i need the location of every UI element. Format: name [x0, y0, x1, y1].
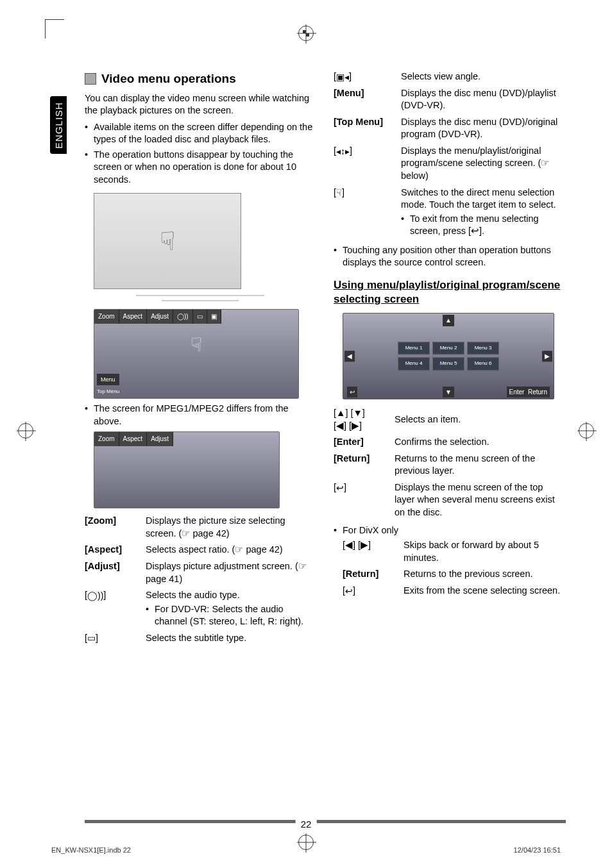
left-column: Video menu operations You can display th… [85, 71, 316, 648]
footer-left: EN_KW-NSX1[E].indb 22 [51, 846, 131, 854]
menu-cell: Menu 1 [398, 342, 430, 355]
enter-return-labels: Enter Return [507, 387, 550, 398]
hand-icon: ☟ [191, 332, 202, 358]
angle-icon: [▣◂] [334, 71, 401, 83]
def-row: [☟] Switches to the direct menu selectio… [334, 187, 565, 238]
intro-bullets: Available items on the screen differ dep… [85, 121, 316, 187]
thumb-btn-adjust: Adjust [147, 310, 173, 324]
hand-icon: ☟ [160, 224, 175, 258]
audio-icon: [◯))] [85, 589, 146, 602]
page-number: 22 [296, 819, 317, 830]
bullet-item: Available items on the screen differ dep… [85, 121, 316, 146]
def-desc: Displays the picture size selecting scre… [146, 515, 316, 540]
right-definitions-mid: [▲] [▼][◀] [▶] Selects an item. [Enter] … [334, 407, 565, 519]
def-desc: Displays the menu/playlist/original prog… [401, 145, 565, 183]
def-row: [Return] Returns to the menu screen of t… [334, 453, 565, 478]
lr-arrows-icon: [◀] [▶] [343, 539, 404, 552]
touching-note: Touching any position other than operati… [334, 244, 565, 269]
sub-bullet: To exit from the menu selecting screen, … [401, 213, 565, 238]
touch-illustration: ☟ [94, 193, 241, 289]
def-desc: Displays the disc menu (DVD)/playlist (D… [401, 87, 565, 112]
registration-mark-bottom [298, 835, 314, 850]
def-label-enter: [Enter] [334, 436, 395, 449]
intro-text: You can display the video menu screen wh… [85, 92, 316, 117]
registration-mark-top [298, 26, 314, 41]
def-row: [Menu] Displays the disc menu (DVD)/play… [334, 87, 565, 112]
thumb-menu-label: Menu [97, 374, 119, 385]
menu-cell: Menu 3 [467, 342, 499, 355]
section-marker-icon [85, 73, 96, 85]
def-desc: Skips back or forward by about 5 minutes… [404, 539, 565, 564]
def-row: [↩] Exits from the scene selecting scree… [343, 585, 565, 597]
def-desc: Returns to the previous screen. [404, 568, 565, 581]
def-desc: Selects aspect ratio. (☞ page 42) [146, 544, 316, 556]
def-label-topmenu: [Top Menu] [334, 116, 401, 129]
def-row: [Adjust] Displays picture adjustment scr… [85, 560, 316, 585]
right-arrow-icon: ▶ [542, 351, 552, 362]
footer-right: 12/04/23 16:51 [514, 846, 561, 854]
def-row: [◂↕▸] Displays the menu/playlist/origina… [334, 145, 565, 183]
def-desc: Selects the audio type. For DVD-VR: Sele… [146, 589, 316, 628]
def-row: [▭] Selects the subtitle type. [85, 632, 316, 645]
menu-cell: Menu 2 [432, 342, 464, 355]
subtitle-icon: [▭] [85, 632, 146, 645]
bullet-item: For DivX only [334, 524, 565, 537]
left-definitions: [Zoom] Displays the picture size selecti… [85, 515, 316, 644]
registration-mark-right [579, 423, 594, 438]
thumb-topmenu-label: Top Menu [97, 388, 119, 396]
section-heading: Video menu operations [85, 71, 316, 87]
bullet-item: The operation buttons disappear by touch… [85, 149, 316, 187]
registration-mark-left [18, 423, 33, 438]
def-desc: Displays the disc menu (DVD)/original pr… [401, 116, 565, 141]
right-definitions-top: [▣◂] Selects view angle. [Menu] Displays… [334, 71, 565, 238]
bullet-item: Touching any position other than operati… [334, 244, 565, 269]
page-divider [85, 820, 566, 823]
mpeg-note: The screen for MPEG1/MPEG2 differs from … [85, 403, 316, 428]
def-desc: Selects an item. [395, 413, 565, 426]
def-row: [Aspect] Selects aspect ratio. (☞ page 4… [85, 544, 316, 556]
left-arrow-icon: ◀ [344, 351, 355, 362]
def-label-return: [Return] [334, 453, 395, 465]
sub-bullet: For DVD-VR: Selects the audio channel (S… [146, 603, 316, 628]
menu-grid: Menu 1 Menu 2 Menu 3 Menu 4 Menu 5 Menu … [398, 342, 499, 371]
def-desc: Selects view angle. [401, 71, 565, 83]
direct-touch-icon: [☟] [334, 187, 401, 199]
back-icon: [↩] [343, 585, 404, 597]
section-title: Video menu operations [101, 71, 236, 87]
def-row: [Zoom] Displays the picture size selecti… [85, 515, 316, 540]
def-label-return: [Return] [343, 568, 404, 581]
menu-cell: Menu 5 [432, 358, 464, 371]
back-icon: [↩] [334, 481, 395, 494]
language-tab: ENGLISH [50, 96, 67, 154]
def-label-zoom: [Zoom] [85, 515, 146, 528]
nav-icon: [◂↕▸] [334, 145, 401, 158]
def-desc: Exits from the scene selecting screen. [404, 585, 565, 597]
def-desc: Switches to the direct menu selection mo… [401, 187, 565, 238]
def-label-menu: [Menu] [334, 87, 401, 100]
def-row: [▣◂] Selects view angle. [334, 71, 565, 83]
subsection-title: Using menu/playlist/original program/sce… [334, 278, 565, 306]
arrows-divider-icon [85, 293, 316, 306]
thumb-btn-aspect: Aspect [119, 310, 148, 324]
def-row: [◀] [▶] Skips back or forward by about 5… [343, 539, 565, 564]
menu-cell: Menu 6 [467, 358, 499, 371]
subtitle-icon: ▭ [193, 310, 207, 324]
thumb-btn-zoom: Zoom [94, 432, 119, 446]
def-desc: Displays picture adjustment screen. (☞ p… [146, 560, 316, 585]
mpeg-screenshot: Zoom Aspect Adjust [94, 431, 280, 508]
def-label-adjust: [Adjust] [85, 560, 146, 573]
angle-icon: ▣ [207, 310, 221, 324]
down-arrow-icon: ▼ [443, 387, 454, 398]
audio-icon: ◯)) [173, 310, 193, 324]
def-row: [Enter] Confirms the selection. [334, 436, 565, 449]
def-row: [Return] Returns to the previous screen. [343, 568, 565, 581]
back-icon: ↩ [347, 387, 357, 398]
arrows-icon: [▲] [▼][◀] [▶] [334, 407, 395, 432]
divx-header: For DivX only [334, 524, 565, 537]
def-desc: Displays the menu screen of the top laye… [395, 481, 565, 519]
thumb-btn-adjust: Adjust [147, 432, 173, 446]
bullet-item: The screen for MPEG1/MPEG2 differs from … [85, 403, 316, 428]
def-row: [▲] [▼][◀] [▶] Selects an item. [334, 407, 565, 432]
thumb-btn-aspect: Aspect [119, 432, 148, 446]
def-label-aspect: [Aspect] [85, 544, 146, 556]
